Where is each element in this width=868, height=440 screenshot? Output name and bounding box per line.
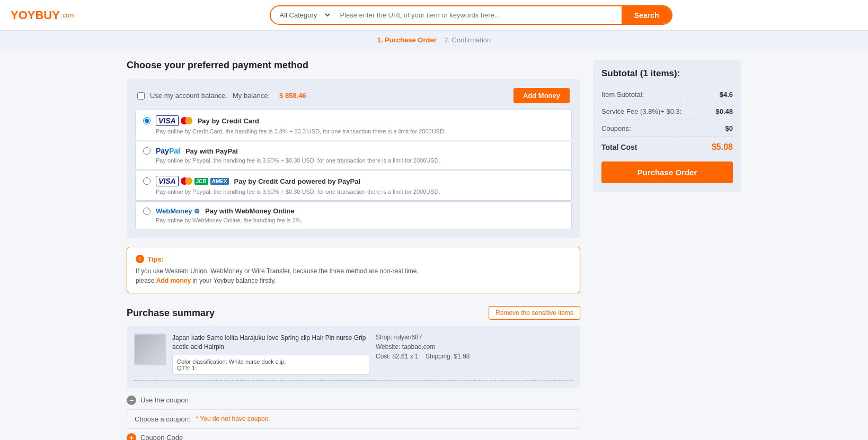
payment-option-webmoney: WebMoney ⊕ Pay with WebMoney Online Pay … [135,201,572,229]
coupon-select-row: Choose a coupon: * You do not have coupo… [127,409,580,429]
cc-paypal-logos: VISA JCB AMEX [156,176,229,186]
service-fee-label: Service Fee (3.8%)+ $0.3: [601,107,681,115]
total-row: Total Cost $5.08 [601,137,733,159]
tips-icon: ! [136,255,144,263]
product-card: Japan katie Same lolita Harajuku love Sp… [127,326,580,388]
right-column: Subtotal (1 items): Item Subtotal: $4.6 … [593,60,741,440]
subtotal-title: Subtotal (1 items): [601,68,733,79]
search-input[interactable] [332,6,621,24]
coupon-plus-icon: + [127,433,136,440]
product-title: Japan katie Same lolita Harajuku love Sp… [172,334,369,352]
jcb-logo: JCB [194,178,208,185]
coupon-toggle-label: Use the coupon [140,396,189,404]
item-subtotal-value: $4.6 [720,91,733,98]
balance-label: Use my account balance. [150,92,227,100]
search-button[interactable]: Search [622,6,672,24]
item-subtotal-label: Item Subtotal: [601,91,644,98]
purchase-order-button[interactable]: Purchase Order [601,161,733,183]
left-column: Choose your preferred payment method Use… [127,60,580,440]
payment-option-cc-paypal: VISA JCB AMEX Pay by Credit Card powered… [135,170,572,201]
webmoney-title: Pay with WebMoney Online [205,207,295,215]
coupon-code-label: Coupon Code [140,434,183,440]
tips-box: ! Tips: If you use Western Union, WebMon… [127,247,580,293]
logo: YOYBUY.com [11,8,75,22]
cc-paypal-title: Pay by Credit Card powered by PayPal [234,177,360,185]
paypal-logo: PayPal [156,147,180,155]
service-fee-value: $0.48 [715,107,733,115]
tips-title: ! Tips: [136,255,571,263]
payment-box: Use my account balance. My balance: $ 85… [127,79,580,238]
credit-card-desc: Pay online by Credit Card, the handling … [143,128,564,134]
total-label: Total Cost [601,143,637,151]
purchase-summary-title: Purchase summary [127,308,215,319]
product-divider [134,380,573,381]
coupon-section: − Use the coupon Choose a coupon: * You … [127,396,580,440]
cc-paypal-desc: Pay online by Paypal, the handling fee i… [143,188,564,195]
product-info: Japan katie Same lolita Harajuku love Sp… [172,334,369,375]
paypal-desc: Pay online by Paypal, the handling fee i… [143,157,564,164]
search-bar: All Category Search [270,5,672,25]
use-balance-checkbox[interactable] [137,92,145,100]
product-cost: Cost: $2.61 x 1 Shipping: $1.98 [376,353,573,360]
use-coupon-row[interactable]: − Use the coupon [127,396,580,405]
coupon-code-row: + Coupon Code [127,433,580,440]
add-money-link[interactable]: Add money [156,277,191,284]
product-shop-info: Shop: rulyan687 Website: taobao.com Cost… [376,334,573,362]
mastercard-icon [181,117,192,124]
my-balance-label: My balance: [233,92,270,100]
webmoney-desc: Pay online by WebMoney Online, the handl… [143,217,564,223]
logo-text: YOYBUY [11,8,60,22]
balance-amount: $ 858.46 [279,92,306,100]
breadcrumb: 1. Purchase Order 2. Confirmation [0,31,868,49]
breadcrumb-step1: 1. Purchase Order [377,36,437,44]
radio-paypal[interactable] [143,147,150,155]
amex-logo: AMEX [210,178,229,185]
add-money-button[interactable]: Add Money [513,88,570,103]
item-subtotal-row: Item Subtotal: $4.6 [601,86,733,103]
total-value: $5.08 [712,142,733,152]
payment-option-paypal: PayPal Pay with PayPal Pay online by Pay… [135,141,572,169]
radio-webmoney[interactable] [143,208,150,215]
header: YOYBUY.com All Category Search [0,0,868,31]
credit-card-title: Pay by Credit Card [198,117,259,125]
payment-section-title: Choose your preferred payment method [127,60,580,71]
paypal-title: Pay with PayPal [185,147,238,155]
subtotal-panel: Subtotal (1 items): Item Subtotal: $4.6 … [593,60,741,192]
radio-credit-card[interactable] [143,117,150,124]
radio-cc-paypal[interactable] [143,177,150,185]
mastercard-icon-2 [181,177,192,185]
coupon-label: Choose a coupon: [135,415,191,423]
purchase-summary-header: Purchase summary Remove the sensitive it… [127,306,580,320]
product-image [134,334,166,365]
website-name: Website: taobao.com [376,343,573,351]
service-fee-row: Service Fee (3.8%)+ $0.3: $0.48 [601,103,733,120]
payment-option-credit-card: VISA Pay by Credit Card Pay online by Cr… [135,110,572,140]
webmoney-logo: WebMoney ⊕ [156,207,200,215]
breadcrumb-step2: 2. Confirmation [444,36,491,44]
shop-name: Shop: rulyan687 [376,334,573,341]
remove-sensitive-button[interactable]: Remove the sensitive items [489,306,580,320]
coupons-value: $0 [725,124,733,132]
no-coupon-text: * You do not have coupon. [196,415,270,423]
product-row: Japan katie Same lolita Harajuku love Sp… [134,334,573,375]
main-content: Choose your preferred payment method Use… [116,60,752,440]
visa-logos: VISA [156,115,192,126]
visa-logo-2: VISA [156,176,179,186]
logo-com: .com [61,12,75,19]
visa-logo: VISA [156,115,179,126]
balance-row: Use my account balance. My balance: $ 85… [135,88,572,103]
coupons-row: Coupons: $0 [601,120,733,137]
product-image-inner [135,335,165,364]
coupon-toggle-icon: − [127,396,136,405]
coupons-label: Coupons: [601,124,631,132]
product-variant: Color classification: White nurse duck c… [172,355,369,375]
tips-text: If you use Western Union, WebMoney or Wi… [136,266,571,285]
category-select[interactable]: All Category [271,6,332,24]
